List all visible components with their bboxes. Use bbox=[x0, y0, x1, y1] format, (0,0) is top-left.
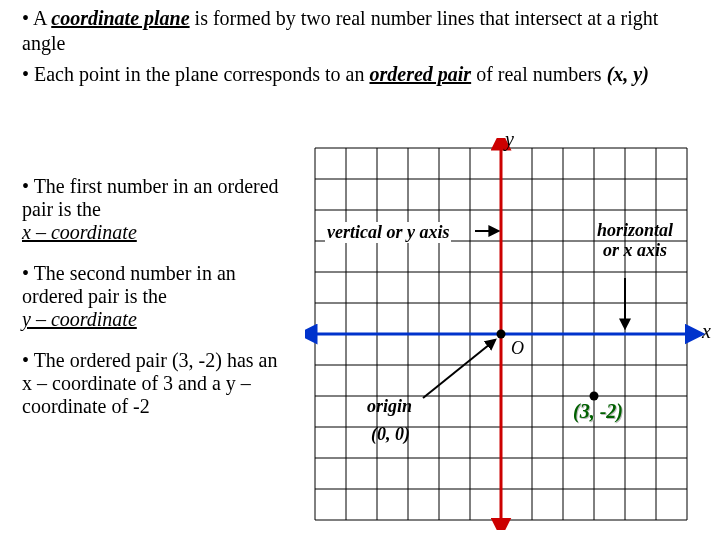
origin-o-label: O bbox=[511, 338, 524, 359]
bullet-ordered-pair: • Each point in the plane corresponds to… bbox=[22, 62, 698, 87]
y-axis-label: y bbox=[505, 128, 514, 151]
horizontal-axis-label: horizontal or x axis bbox=[597, 221, 673, 261]
bullet1-prefix: • A bbox=[22, 7, 51, 29]
bullet-x-coordinate: • The first number in an ordered pair is… bbox=[22, 175, 292, 244]
horizontal-line1: horizontal bbox=[597, 220, 673, 240]
xy-pair: (x, y) bbox=[607, 63, 649, 85]
bullet2-prefix: • Each point in the plane corresponds to… bbox=[22, 63, 369, 85]
term-x-coordinate: x – coordinate bbox=[22, 221, 137, 243]
bullet-example: • The ordered pair (3, -2) has an x – co… bbox=[22, 349, 292, 418]
term-coordinate-plane: coordinate plane bbox=[51, 7, 189, 29]
p2-prefix: • The second number in an ordered pair i… bbox=[22, 262, 236, 307]
graph-svg bbox=[305, 138, 710, 530]
coordinate-plane-graph: y vertical or y axis horizontal or x axi… bbox=[305, 138, 710, 530]
term-ordered-pair: ordered pair bbox=[369, 63, 471, 85]
x-axis-label: x bbox=[702, 320, 711, 343]
p1-prefix: • The first number in an ordered pair is… bbox=[22, 175, 279, 220]
origin-word-label: origin bbox=[367, 396, 412, 417]
bullet-coordinate-plane: • A coordinate plane is formed by two re… bbox=[22, 6, 698, 56]
arrow-to-origin bbox=[423, 340, 495, 398]
origin-point bbox=[497, 330, 506, 339]
example-text: • The ordered pair (3, -2) has an x – co… bbox=[22, 349, 277, 417]
bullet-y-coordinate: • The second number in an ordered pair i… bbox=[22, 262, 292, 331]
horizontal-line2: or x axis bbox=[603, 240, 667, 260]
origin-coord-label: (0, 0) bbox=[371, 424, 410, 445]
bullet2-mid: of real numbers bbox=[471, 63, 607, 85]
term-y-coordinate: y – coordinate bbox=[22, 308, 137, 330]
example-point-label: (3, -2) bbox=[573, 400, 623, 423]
vertical-axis-label: vertical or y axis bbox=[325, 222, 451, 243]
